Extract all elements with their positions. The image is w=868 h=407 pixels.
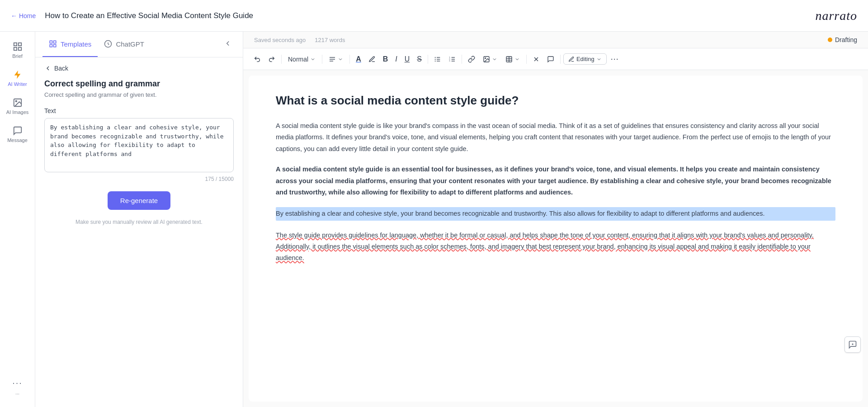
editor-area: Saved seconds ago 1217 words Drafting No… bbox=[243, 32, 868, 407]
doc-para-2-bold: A social media content style guide is an… bbox=[276, 164, 835, 198]
format-label: Normal bbox=[288, 56, 308, 63]
redo-button[interactable] bbox=[265, 53, 278, 65]
sidebar-item-ai-writer[interactable]: AI Writer bbox=[2, 65, 33, 91]
sidebar-message-label: Message bbox=[7, 137, 28, 143]
separator-2 bbox=[322, 55, 322, 64]
back-home-link[interactable]: ← Home bbox=[11, 12, 36, 19]
tab-chatgpt-label: ChatGPT bbox=[116, 40, 144, 48]
narrato-logo: narrato bbox=[815, 9, 857, 23]
add-comment-button[interactable] bbox=[844, 336, 861, 353]
sidebar-brief-label: Brief bbox=[12, 53, 23, 59]
sidebar-item-brief[interactable]: Brief bbox=[2, 37, 33, 63]
sidebar-aiimages-label: AI Images bbox=[6, 109, 29, 115]
toolbar: Normal A B I U S 1.2.3. bbox=[243, 48, 868, 70]
panel-tabs: Templates ChatGPT bbox=[35, 32, 243, 57]
separator-7 bbox=[560, 55, 561, 64]
word-count: 1217 words bbox=[315, 37, 345, 43]
top-bar: ← Home How to Create an Effective Social… bbox=[0, 0, 868, 32]
saved-text: Saved seconds ago bbox=[254, 37, 306, 43]
strikethrough-button[interactable]: S bbox=[414, 53, 425, 66]
comment-button[interactable] bbox=[544, 53, 557, 65]
panel: Templates ChatGPT Back Correct spelling … bbox=[35, 32, 243, 407]
doc-para-1: A social media content style guide is li… bbox=[276, 120, 835, 155]
regenerate-button[interactable]: Re-generate bbox=[108, 191, 170, 210]
italic-button[interactable]: I bbox=[392, 53, 400, 66]
svg-text:3.: 3. bbox=[449, 60, 450, 62]
doc-title: How to Create an Effective Social Media … bbox=[45, 11, 253, 20]
svg-rect-8 bbox=[50, 45, 52, 47]
svg-rect-9 bbox=[54, 45, 56, 47]
underline-button[interactable]: U bbox=[401, 53, 413, 66]
separator-1 bbox=[281, 55, 282, 64]
back-label: Back bbox=[54, 65, 68, 72]
undo-button[interactable] bbox=[250, 53, 264, 65]
text-color-button[interactable]: A bbox=[353, 53, 364, 66]
sidebar-more-label: ... bbox=[15, 390, 19, 395]
svg-rect-6 bbox=[50, 41, 52, 43]
ai-disclaimer: Make sure you manually review all AI gen… bbox=[44, 219, 234, 225]
panel-collapse-button[interactable] bbox=[220, 36, 236, 53]
drafting-badge: Drafting bbox=[828, 36, 857, 43]
svg-point-5 bbox=[15, 100, 17, 102]
template-desc: Correct spelling and grammar of given te… bbox=[44, 91, 234, 98]
align-dropdown[interactable] bbox=[325, 53, 347, 65]
format-dropdown[interactable]: Normal bbox=[284, 53, 319, 65]
char-count: 175 / 15000 bbox=[44, 176, 234, 182]
svg-point-19 bbox=[435, 61, 436, 62]
sidebar-icons: Brief AI Writer AI Images Message ··· ..… bbox=[0, 32, 35, 407]
doc-heading: What is a social media content style gui… bbox=[276, 94, 835, 108]
status-dot bbox=[828, 38, 832, 42]
image-dropdown[interactable] bbox=[479, 53, 501, 65]
separator-5 bbox=[462, 55, 462, 64]
sidebar-aiwriter-label: AI Writer bbox=[8, 81, 27, 87]
separator-6 bbox=[526, 55, 527, 64]
doc-para-3-highlighted: By establishing a clear and cohesive sty… bbox=[276, 207, 835, 220]
editing-dropdown[interactable]: Editing bbox=[563, 53, 607, 65]
doc-para-4-redline: The style guide provides guidelines for … bbox=[276, 230, 835, 264]
panel-body: Back Correct spelling and grammar Correc… bbox=[35, 57, 243, 407]
template-title: Correct spelling and grammar bbox=[44, 79, 234, 89]
panel-tabs-left: Templates ChatGPT bbox=[42, 32, 151, 57]
tab-templates-label: Templates bbox=[61, 40, 91, 48]
editor-content: What is a social media content style gui… bbox=[249, 76, 863, 402]
clear-format-button[interactable] bbox=[529, 53, 543, 65]
editor-topbar: Saved seconds ago 1217 words Drafting bbox=[243, 32, 868, 48]
more-options-button[interactable]: ··· bbox=[608, 52, 622, 66]
link-button[interactable] bbox=[465, 53, 478, 65]
tab-templates[interactable]: Templates bbox=[42, 32, 98, 57]
main-layout: Brief AI Writer AI Images Message ··· ..… bbox=[0, 32, 868, 407]
separator-4 bbox=[428, 55, 428, 64]
sidebar-item-ai-images[interactable]: AI Images bbox=[2, 93, 33, 119]
svg-rect-2 bbox=[14, 47, 16, 50]
editor-meta: Saved seconds ago 1217 words bbox=[254, 37, 345, 43]
editing-label: Editing bbox=[576, 56, 594, 62]
tab-chatgpt[interactable]: ChatGPT bbox=[98, 32, 151, 57]
svg-rect-0 bbox=[14, 43, 16, 46]
svg-rect-3 bbox=[18, 47, 21, 50]
numbered-list-button[interactable]: 1.2.3. bbox=[445, 53, 459, 65]
text-field-label: Text bbox=[44, 107, 234, 114]
status-label: Drafting bbox=[835, 36, 857, 43]
text-input[interactable] bbox=[44, 118, 234, 172]
bullet-list-button[interactable] bbox=[431, 53, 444, 65]
separator-3 bbox=[349, 55, 350, 64]
back-button[interactable]: Back bbox=[44, 65, 234, 72]
sidebar-item-message[interactable]: Message bbox=[2, 121, 33, 147]
svg-rect-1 bbox=[18, 43, 21, 46]
table-dropdown[interactable] bbox=[502, 53, 524, 65]
svg-rect-7 bbox=[54, 41, 56, 43]
sidebar-item-more[interactable]: ··· ... bbox=[2, 373, 33, 400]
top-bar-left: ← Home How to Create an Effective Social… bbox=[11, 11, 253, 20]
svg-point-18 bbox=[435, 59, 436, 60]
svg-point-27 bbox=[485, 57, 486, 58]
svg-point-17 bbox=[435, 57, 436, 58]
bold-button[interactable]: B bbox=[380, 53, 392, 66]
highlight-button[interactable] bbox=[365, 53, 379, 65]
